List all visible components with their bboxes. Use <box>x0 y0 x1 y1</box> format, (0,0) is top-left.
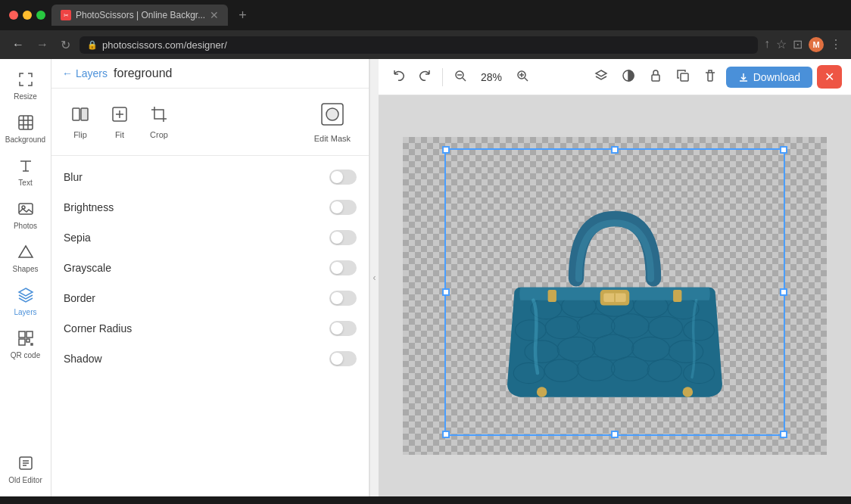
layers-label: Layers <box>14 308 36 316</box>
qrcode-label: QR code <box>11 351 40 359</box>
filter-row-sepia: Sepia <box>51 222 369 253</box>
close-tab-button[interactable]: ✕ <box>210 9 219 21</box>
crop-button[interactable]: Crop <box>141 101 177 144</box>
duplicate-button[interactable] <box>672 66 694 89</box>
toolbar-right: Download ✕ <box>590 65 842 89</box>
svg-line-20 <box>463 78 466 81</box>
back-label: Layers <box>76 67 108 79</box>
share-icon[interactable]: ↑ <box>764 37 770 52</box>
sidebar-item-resize[interactable]: Resize <box>3 65 48 107</box>
svg-rect-55 <box>673 290 681 302</box>
fit-label: Fit <box>115 130 124 139</box>
browser-chrome: ✂ PhotoScissors | Online Backgr... ✕ + ←… <box>0 0 851 59</box>
svg-rect-9 <box>26 331 33 338</box>
sidebar-item-photos[interactable]: Photos <box>3 194 48 236</box>
svg-rect-54 <box>548 290 556 302</box>
app: Resize Background Text <box>0 59 851 496</box>
shadow-toggle[interactable] <box>329 351 357 366</box>
border-label: Border <box>64 292 329 304</box>
bookmark-icon[interactable]: ☆ <box>776 37 787 52</box>
filter-row-grayscale: Grayscale <box>51 253 369 283</box>
delete-button[interactable] <box>699 66 722 89</box>
corner-radius-label: Corner Radius <box>64 322 329 334</box>
sidebar-item-layers[interactable]: Layers <box>3 281 48 322</box>
filter-row-border: Border <box>51 283 369 313</box>
sepia-toggle[interactable] <box>329 230 357 245</box>
shapes-icon <box>17 244 34 263</box>
sidebar-item-qrcode[interactable]: QR code <box>3 324 48 366</box>
svg-rect-0 <box>19 116 33 129</box>
brightness-toggle[interactable] <box>329 200 357 215</box>
svg-rect-5 <box>19 204 33 214</box>
panel-header: ← Layers foreground <box>51 59 369 89</box>
sidebar-item-background[interactable]: Background <box>3 108 48 150</box>
blur-toggle[interactable] <box>329 170 357 185</box>
active-tab[interactable]: ✂ PhotoScissors | Online Backgr... ✕ <box>51 5 228 26</box>
zoom-out-button[interactable] <box>449 66 472 89</box>
border-toggle[interactable] <box>329 291 357 306</box>
svg-rect-15 <box>81 108 88 120</box>
sidebar-item-shapes[interactable]: Shapes <box>3 238 48 279</box>
bag-image <box>448 152 781 440</box>
resize-label: Resize <box>14 92 37 101</box>
filter-row-blur: Blur <box>51 162 369 192</box>
filter-row-shadow: Shadow <box>51 344 369 374</box>
left-sidebar: Resize Background Text <box>0 59 51 496</box>
svg-point-56 <box>537 387 547 397</box>
background-icon <box>17 114 34 133</box>
svg-rect-27 <box>652 75 659 81</box>
redo-button[interactable] <box>413 66 436 89</box>
maximize-window-button[interactable] <box>36 11 45 20</box>
lock-button[interactable] <box>644 66 667 89</box>
new-tab-button[interactable]: + <box>234 8 251 23</box>
canvas-container <box>403 137 827 455</box>
text-label: Text <box>18 179 32 187</box>
panel-collapse-button[interactable]: ‹ <box>369 59 379 496</box>
tool-row: Flip Fit Crop <box>51 89 369 156</box>
profile-avatar[interactable]: M <box>809 37 824 52</box>
corner-radius-toggle[interactable] <box>329 321 357 336</box>
svg-rect-14 <box>73 108 79 120</box>
back-button[interactable]: ← <box>9 36 27 53</box>
collapse-icon: ‹ <box>373 272 376 283</box>
layers-toolbar-button[interactable] <box>590 66 613 89</box>
close-window-button[interactable] <box>9 11 18 20</box>
edit-mask-icon <box>319 101 346 131</box>
flip-label: Flip <box>73 130 87 139</box>
zoom-level: 28% <box>476 71 507 83</box>
forward-button[interactable]: → <box>33 36 51 53</box>
close-icon: ✕ <box>825 70 834 83</box>
qrcode-icon <box>17 330 34 349</box>
zoom-in-button[interactable] <box>511 66 534 89</box>
back-to-layers-button[interactable]: ← Layers <box>62 67 108 79</box>
sidebar-item-old-editor[interactable]: Old Editor <box>3 449 48 490</box>
background-label: Background <box>5 135 45 144</box>
edit-mask-button[interactable]: Edit Mask <box>307 96 358 148</box>
grayscale-label: Grayscale <box>64 262 329 274</box>
browser-menu-icon[interactable]: ⋮ <box>830 37 842 52</box>
download-button[interactable]: Download <box>726 67 812 88</box>
fit-button[interactable]: Fit <box>101 101 138 144</box>
tab-title: PhotoScissors | Online Backgr... <box>76 10 205 20</box>
flip-button[interactable]: Flip <box>62 101 98 144</box>
sidebar-item-text[interactable]: Text <box>3 151 48 193</box>
svg-rect-11 <box>26 339 30 342</box>
svg-marker-7 <box>19 246 33 257</box>
canvas-viewport[interactable] <box>379 95 851 496</box>
lock-icon: 🔒 <box>87 40 98 50</box>
minimize-window-button[interactable] <box>23 11 32 20</box>
close-canvas-button[interactable]: ✕ <box>817 65 842 89</box>
photos-label: Photos <box>14 222 37 230</box>
resize-icon <box>17 71 34 90</box>
opacity-button[interactable] <box>617 66 640 89</box>
extensions-icon[interactable]: ⊡ <box>793 37 803 52</box>
svg-rect-28 <box>681 73 688 81</box>
refresh-button[interactable]: ↻ <box>58 36 73 54</box>
zoom-controls: 28% <box>449 66 534 89</box>
grayscale-toggle[interactable] <box>329 260 357 275</box>
crop-label: Crop <box>150 130 168 139</box>
address-bar[interactable]: 🔒 photoscissors.com/designer/ <box>79 36 758 54</box>
undo-button[interactable] <box>388 66 410 89</box>
panel: ← Layers foreground Flip <box>51 59 369 496</box>
browser-nav: ← → ↻ 🔒 photoscissors.com/designer/ ↑ ☆ … <box>0 30 851 59</box>
